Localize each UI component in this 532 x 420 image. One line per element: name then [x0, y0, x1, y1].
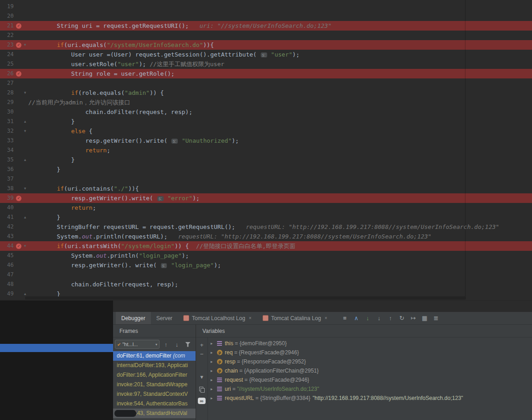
expand-arrow-icon[interactable]: ▸ — [211, 359, 217, 364]
menu-icon[interactable]: ≡ — [339, 315, 351, 321]
remove-watch-icon[interactable]: − — [200, 350, 204, 358]
gutter-cell[interactable]: 41▴ — [0, 213, 28, 222]
variable-row[interactable]: ▸this = {demoFilter@2950} — [208, 339, 532, 348]
gutter-cell[interactable]: 36 — [0, 165, 28, 174]
code-line[interactable]: 38▾ if(uri.contains("./")){ — [0, 184, 532, 193]
filter-icon[interactable] — [185, 342, 191, 347]
gutter-cell[interactable]: 32▾ — [0, 126, 28, 136]
gutter-cell[interactable]: 43 — [0, 232, 28, 241]
code-line[interactable]: 35▴ } — [0, 155, 532, 165]
code-editor[interactable]: 192021✓ String uri = request.getRequestU… — [0, 0, 532, 300]
gutter-cell[interactable]: 28▾ — [0, 88, 28, 98]
gutter-cell[interactable]: 24 — [0, 50, 28, 59]
gutter-cell[interactable]: 48 — [0, 280, 28, 289]
gutter-cell[interactable]: 37 — [0, 174, 28, 184]
code-line[interactable]: 27 — [0, 78, 532, 88]
frame-row[interactable]: invoke:97, StandardContextV — [113, 389, 196, 399]
gutter-cell[interactable]: 21✓ — [0, 21, 28, 31]
gutter-cell[interactable]: 19 — [0, 2, 28, 11]
frame-row[interactable]: invoke:143, StandardHostVal — [113, 409, 196, 418]
code-line[interactable]: 43 System.out.println(requestURL); reque… — [0, 232, 532, 241]
expand-arrow-icon[interactable]: ▸ — [211, 341, 217, 346]
gutter-cell[interactable]: 25 — [0, 59, 28, 69]
copy-icon[interactable] — [199, 387, 205, 392]
gutter-cell[interactable]: 38▾ — [0, 184, 28, 193]
variable-row[interactable]: ▸request = {RequestFacade@2946} — [208, 375, 532, 384]
code-line[interactable]: 28▾ if(role.equals("admin")) { — [0, 88, 532, 98]
expand-arrow-icon[interactable]: ▸ — [211, 368, 217, 373]
expand-arrow-icon[interactable]: ▸ — [211, 396, 217, 400]
prev-frame-icon[interactable]: ↑ — [161, 341, 170, 348]
gutter-cell[interactable]: 47 — [0, 270, 28, 280]
breakpoint-icon[interactable]: ✓ — [16, 42, 21, 48]
expand-arrow-icon[interactable]: ▸ — [211, 378, 217, 382]
gutter-cell[interactable]: 29 — [0, 98, 28, 107]
close-icon[interactable]: × — [249, 316, 252, 321]
gutter-cell[interactable]: 46 — [0, 260, 28, 270]
gutter-cell[interactable]: 20 — [0, 11, 28, 21]
add-watch-icon[interactable]: + — [200, 341, 204, 349]
gutter-cell[interactable]: 26✓ — [0, 69, 28, 78]
collapse-icon[interactable]: ∧ — [351, 315, 362, 321]
code-line[interactable]: 22 — [0, 31, 532, 40]
fold-close-icon[interactable]: ▴ — [22, 155, 28, 165]
gutter-cell[interactable]: 42 — [0, 222, 28, 232]
tab-server[interactable]: Server — [151, 312, 178, 324]
frame-row[interactable]: doFilter:61, demoFilter (com — [113, 351, 196, 361]
code-line[interactable]: 44✓▾ if(uri.startsWith("/system/login"))… — [0, 241, 532, 251]
code-line[interactable]: 25 user.setRole("user"); //这里手工赋值权限为user — [0, 59, 532, 69]
fold-close-icon[interactable]: ▴ — [22, 213, 28, 222]
next-frame-icon[interactable]: ↓ — [172, 341, 181, 348]
gutter-cell[interactable]: 45 — [0, 251, 28, 260]
frame-row[interactable]: internalDoFilter:193, Applicati — [113, 361, 196, 370]
gutter-cell[interactable]: 39✓ — [0, 193, 28, 203]
variable-row[interactable]: ▸preq = {RequestFacade@2946} — [208, 348, 532, 357]
code-line[interactable]: 36 } — [0, 165, 532, 174]
code-area[interactable]: 192021✓ String uri = request.getRequestU… — [0, 0, 532, 299]
code-line[interactable]: 30 chain.doFilter(request, resp); — [0, 107, 532, 117]
expand-arrow-icon[interactable]: ▸ — [211, 350, 217, 355]
gutter-cell[interactable]: 49▴ — [0, 289, 28, 299]
code-line[interactable]: 21✓ String uri = request.getRequestURI()… — [0, 21, 532, 31]
code-line[interactable]: 26✓ String role = user.getRole(); — [0, 69, 532, 78]
upload-log-icon[interactable]: ↑ — [385, 315, 396, 321]
code-line[interactable]: 34 return; — [0, 145, 532, 155]
gutter-cell[interactable]: 35▴ — [0, 155, 28, 165]
scroll-down-icon[interactable]: ↓ — [362, 315, 373, 321]
thread-dropdown[interactable]: ✔ "ht...l... ▾ — [115, 340, 160, 349]
code-line[interactable]: 45 System.out.println("login_page"); — [0, 251, 532, 260]
gutter-cell[interactable]: 44✓▾ — [0, 241, 28, 251]
tab-tomcat-localhost-log[interactable]: Tomcat Localhost Log× — [178, 312, 257, 324]
skip-to-end-icon[interactable]: ↦ — [408, 315, 419, 321]
code-line[interactable]: 41▴ } — [0, 213, 532, 222]
fold-open-icon[interactable]: ▾ — [22, 241, 28, 251]
gutter-cell[interactable]: 27 — [0, 78, 28, 88]
code-line[interactable]: 23✓▾ if(uri.equals("/system/UserInfoSear… — [0, 40, 532, 50]
code-line[interactable]: 29//当前用户为admin，允许访问该接口 — [0, 98, 532, 107]
code-line[interactable]: 33 resp.getWriter().write( s: "Unauthori… — [0, 136, 532, 145]
fold-open-icon[interactable]: ▾ — [22, 88, 28, 98]
fold-open-icon[interactable]: ▾ — [22, 126, 28, 136]
gutter-cell[interactable]: 33 — [0, 136, 28, 145]
code-line[interactable]: 19 — [0, 2, 532, 11]
clear-log-icon[interactable]: ↻ — [396, 315, 408, 321]
download-log-icon[interactable]: ↓ — [373, 315, 385, 321]
fold-open-icon[interactable]: ▾ — [22, 40, 28, 50]
layout-grid-icon[interactable]: ▦ — [419, 315, 430, 321]
left-panel-selected-row[interactable] — [0, 344, 113, 352]
breakpoint-icon[interactable]: ✓ — [16, 23, 21, 29]
chevron-down-icon[interactable]: ▾ — [200, 373, 203, 381]
variable-row[interactable]: ▸presp = {ResponseFacade@2952} — [208, 357, 532, 366]
frame-row[interactable]: doFilter:166, ApplicationFilter — [113, 370, 196, 380]
infinity-watches-icon[interactable]: ∞ — [198, 398, 206, 404]
frame-row[interactable]: invoke:201, StandardWrappe — [113, 380, 196, 389]
gutter-cell[interactable]: 31▴ — [0, 117, 28, 126]
variable-row[interactable]: ▸uri = "//system/UserInfoSearch.do;123" — [208, 384, 532, 394]
frame-row[interactable]: invoke:544, AuthenticatorBas — [113, 399, 196, 409]
gutter-cell[interactable]: 34 — [0, 145, 28, 155]
breakpoint-icon[interactable]: ✓ — [16, 196, 21, 201]
tab-tomcat-catalina-log[interactable]: Tomcat Catalina Log× — [257, 312, 333, 324]
code-line[interactable]: 39✓ resp.getWriter().write( s: "error"); — [0, 193, 532, 203]
view-options-icon[interactable]: ≣ — [430, 315, 442, 321]
variable-row[interactable]: ▸pchain = {ApplicationFilterChain@2951} — [208, 366, 532, 375]
